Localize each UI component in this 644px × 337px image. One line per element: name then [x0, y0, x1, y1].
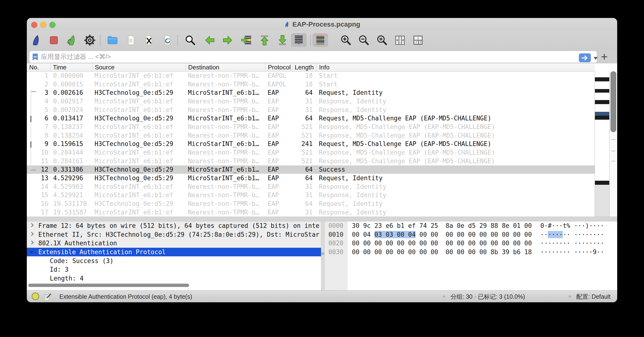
find-packet-button[interactable]	[183, 34, 198, 47]
expert-info-icon[interactable]	[32, 292, 39, 300]
close-file-button[interactable]	[141, 34, 156, 47]
minimap-stripe	[595, 116, 609, 120]
go-to-packet-button[interactable]	[239, 34, 254, 47]
capture-options-button[interactable]	[82, 34, 98, 47]
hex-bytes[interactable]: 00 00 00 00 00 00 00 00 00 00 00 00 8b 3…	[352, 248, 532, 256]
colorize-packets-button[interactable]	[313, 34, 328, 47]
packet-protocol: EAP	[265, 183, 292, 190]
hex-row[interactable]: 0030 00 00 00 00 00 00 00 00 00 00 00 00…	[325, 248, 617, 256]
status-profile[interactable]: 配置: Default	[576, 290, 610, 302]
column-header-destination[interactable]: Destination	[186, 64, 265, 71]
pane-layout-button[interactable]: 123	[410, 34, 426, 47]
packet-row[interactable]: 4 0.002917 MicroStarINT_e6:b1:ef Nearest…	[27, 97, 595, 106]
open-file-button[interactable]	[105, 34, 120, 47]
hex-row[interactable]: 0000 30 9c 23 e6 b1 ef 74 25 8a 0e d5 29…	[325, 222, 617, 230]
apply-filter-button[interactable]	[579, 53, 591, 62]
stop-capture-button[interactable]	[46, 34, 62, 47]
packet-row[interactable]: 10 0.284144 MicroStarINT_e6:b1:ef Neares…	[27, 148, 595, 157]
reload-file-icon	[162, 35, 173, 46]
start-capture-fin-icon	[30, 35, 42, 46]
packet-time: 0.002924	[50, 106, 92, 114]
detail-line[interactable]: Frame 12: 64 bytes on wire (512 bits), 6…	[27, 222, 321, 230]
packet-row[interactable]: 2 0.000015 MicroStarINT_e6:b1:ef Nearest…	[27, 80, 595, 88]
titlebar[interactable]: EAP-Process.pcapng	[27, 18, 617, 31]
packet-destination: Nearest-non-TPMR-b…	[186, 123, 265, 130]
packet-row[interactable]: 15 4.529921 MicroStarINT_e6:b1:ef Neares…	[27, 191, 595, 200]
disclosure-chevron-icon[interactable]	[30, 243, 33, 246]
hex-ascii[interactable]: ········ ·····9··	[540, 248, 604, 256]
packet-length: 521	[292, 149, 316, 156]
packet-time: 0.159615	[50, 140, 92, 148]
capture-comment-icon[interactable]	[42, 292, 51, 301]
disclosure-chevron-icon[interactable]	[30, 226, 33, 228]
packet-row[interactable]: 14 4.529903 MicroStarINT_e6:b1:ef Neares…	[27, 182, 595, 191]
column-header-length[interactable]: Length	[292, 64, 316, 71]
packet-row[interactable]: 13 4.529296 H3CTechnolog_0e:d5:29 MicroS…	[27, 174, 595, 182]
filter-bookmark-icon[interactable]	[32, 53, 38, 61]
detail-line[interactable]: Extensible Authentication Protocol	[27, 248, 321, 256]
resize-columns-button[interactable]	[392, 34, 408, 47]
packet-row[interactable]: 6 0.013417 H3CTechnolog_0e:d5:29 MicroSt…	[27, 114, 595, 122]
column-header-source[interactable]: Source	[92, 64, 186, 71]
hex-bytes[interactable]: 00 04 03 03 00 04 00 00 00 00 00 00 00 0…	[352, 230, 532, 239]
display-filter-input[interactable]	[40, 53, 597, 61]
packet-row[interactable]: 7 0.138237 MicroStarINT_e6:b1:ef Nearest…	[27, 122, 595, 131]
zoom-out-button[interactable]	[356, 34, 372, 47]
details-vertical-scrollbar[interactable]	[321, 222, 325, 290]
hex-ascii[interactable]: ········ ········	[540, 230, 604, 239]
packet-no: 11	[27, 158, 50, 165]
column-header-time[interactable]: Time	[50, 64, 92, 71]
restart-capture-button[interactable]	[64, 34, 80, 47]
column-header-protocol[interactable]: Protocol	[265, 64, 292, 71]
packet-list-pane: No. Time Source Destination Protocol Len…	[27, 64, 617, 216]
hex-row[interactable]: 0010 00 04 03 03 00 04 00 00 00 00 00 00…	[325, 230, 617, 239]
packet-time: 4.529903	[50, 183, 92, 190]
start-capture-button[interactable]	[28, 34, 44, 47]
details-horizontal-scrollbar[interactable]	[28, 284, 189, 287]
packet-row[interactable]: 11 0.284161 MicroStarINT_e6:b1:ef Neares…	[27, 157, 595, 166]
auto-scroll-button[interactable]	[291, 34, 306, 47]
filter-history-chevron-icon[interactable]	[594, 57, 598, 60]
detail-line[interactable]: 802.1X Authentication	[27, 239, 321, 248]
detail-line[interactable]: Code: Success (3)	[27, 256, 321, 265]
reload-file-button[interactable]	[160, 34, 175, 47]
packet-list-scrollbar[interactable]	[610, 71, 617, 216]
svg-text:2: 2	[415, 40, 417, 44]
next-packet-button[interactable]	[220, 34, 235, 47]
detail-line[interactable]: Id: 3	[27, 265, 321, 274]
column-header-no[interactable]: No.	[27, 64, 50, 71]
packet-row[interactable]: 9 0.159615 H3CTechnolog_0e:d5:29 MicroSt…	[27, 140, 595, 148]
packet-minimap[interactable]	[595, 71, 610, 216]
packet-row[interactable]: 12 0.331386 H3CTechnolog_0e:d5:29 MicroS…	[27, 166, 595, 174]
hex-row[interactable]: 0020 00 00 00 00 00 00 00 00 00 00 00 00…	[325, 239, 617, 248]
save-file-button[interactable]	[124, 34, 139, 47]
disclosure-chevron-icon[interactable]	[30, 234, 33, 237]
packet-source: MicroStarINT_e6:b1:ef	[92, 132, 186, 139]
previous-packet-button[interactable]	[202, 34, 218, 47]
zoom-in-button[interactable]	[338, 34, 354, 47]
scrollbar-thumb[interactable]	[610, 71, 616, 132]
hex-bytes[interactable]: 00 00 00 00 00 00 00 00 00 00 00 00 00 0…	[352, 239, 532, 248]
window-title: EAP-Process.pcapng	[292, 20, 360, 28]
packet-row[interactable]: 17 19.531587 MicroStarINT_e6:b1:ef Neare…	[27, 208, 595, 216]
packet-time: 0.000015	[50, 81, 92, 88]
packet-protocol: EAP	[265, 209, 292, 216]
packet-row[interactable]: 16 19.531170 H3CTechnolog_0e:d5:29 Neare…	[27, 200, 595, 208]
add-filter-button-button[interactable]	[600, 52, 609, 61]
first-packet-button[interactable]	[257, 34, 272, 47]
zoom-100-button[interactable]	[374, 34, 390, 47]
packet-row[interactable]: 8 0.138254 MicroStarINT_e6:b1:ef Nearest…	[27, 131, 595, 140]
last-packet-button[interactable]	[275, 34, 290, 47]
detail-line[interactable]: Length: 4	[27, 274, 321, 283]
hex-ascii[interactable]: 0·#···t% ···)····	[540, 222, 604, 230]
hex-ascii[interactable]: ········ ········	[540, 239, 604, 248]
disclosure-chevron-icon[interactable]	[30, 252, 33, 255]
packet-row[interactable]: 5 0.002924 MicroStarINT_e6:b1:ef Nearest…	[27, 106, 595, 114]
packet-row[interactable]: 1 0.000000 MicroStarINT_e6:b1:ef Nearest…	[27, 71, 595, 80]
column-header-info[interactable]: Info	[316, 64, 595, 71]
display-filter-field[interactable]	[29, 51, 597, 63]
hex-bytes[interactable]: 30 9c 23 e6 b1 ef 74 25 8a 0e d5 29 88 8…	[352, 222, 532, 230]
pane-splitter[interactable]	[27, 216, 617, 222]
detail-line[interactable]: Ethernet II, Src: H3CTechnolog_0e:d5:29 …	[27, 230, 321, 239]
packet-row[interactable]: 3 0.002616 H3CTechnolog_0e:d5:29 MicroSt…	[27, 88, 595, 97]
